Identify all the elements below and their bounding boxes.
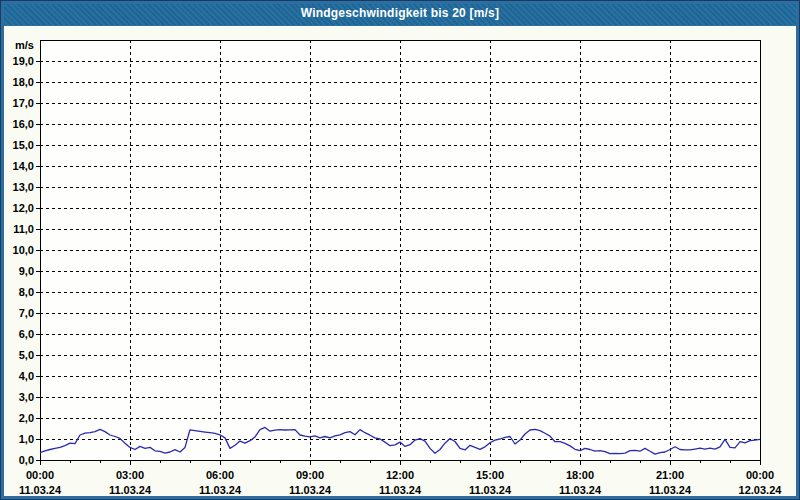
x-tick-date-label: 11.03.24 bbox=[109, 484, 152, 496]
x-tick-time-label: 18:00 bbox=[566, 469, 594, 481]
x-tick-date-label: 11.03.24 bbox=[469, 484, 512, 496]
y-tick-label: 13,0 bbox=[13, 181, 34, 193]
y-tick-label: 10,0 bbox=[13, 244, 34, 256]
x-tick-time-label: 21:00 bbox=[656, 469, 684, 481]
y-tick-label: 12,0 bbox=[13, 202, 34, 214]
title-bar: Windgeschwindigkeit bis 20 [m/s] bbox=[1, 1, 799, 26]
x-tick-date-label: 12.03.24 bbox=[739, 484, 783, 496]
y-tick-label: 19,0 bbox=[13, 55, 34, 67]
wind-speed-line-chart: 0,01,02,03,04,05,06,07,08,09,010,011,012… bbox=[1, 1, 799, 499]
y-axis-unit-label: m/s bbox=[15, 39, 34, 51]
x-tick-time-label: 00:00 bbox=[746, 469, 774, 481]
y-tick-label: 7,0 bbox=[19, 307, 34, 319]
y-tick-label: 17,0 bbox=[13, 97, 34, 109]
y-tick-label: 5,0 bbox=[19, 349, 34, 361]
chart-title: Windgeschwindigkeit bis 20 [m/s] bbox=[301, 6, 499, 20]
y-tick-label: 11,0 bbox=[13, 223, 34, 235]
x-tick-date-label: 11.03.24 bbox=[559, 484, 602, 496]
x-tick-time-label: 00:00 bbox=[26, 469, 54, 481]
y-tick-label: 4,0 bbox=[19, 370, 34, 382]
x-tick-time-label: 06:00 bbox=[206, 469, 234, 481]
x-tick-date-label: 11.03.24 bbox=[19, 484, 62, 496]
x-tick-time-label: 03:00 bbox=[116, 469, 144, 481]
y-tick-label: 2,0 bbox=[19, 412, 34, 424]
x-tick-time-label: 12:00 bbox=[386, 469, 414, 481]
y-tick-label: 18,0 bbox=[13, 76, 34, 88]
y-tick-label: 9,0 bbox=[19, 265, 34, 277]
x-tick-date-label: 11.03.24 bbox=[649, 484, 692, 496]
x-tick-date-label: 11.03.24 bbox=[289, 484, 332, 496]
y-tick-label: 6,0 bbox=[19, 328, 34, 340]
x-tick-date-label: 11.03.24 bbox=[199, 484, 242, 496]
y-tick-label: 1,0 bbox=[19, 433, 34, 445]
x-tick-time-label: 09:00 bbox=[296, 469, 324, 481]
y-tick-label: 16,0 bbox=[13, 118, 34, 130]
y-tick-label: 14,0 bbox=[13, 160, 34, 172]
x-tick-time-label: 15:00 bbox=[476, 469, 504, 481]
y-tick-label: 3,0 bbox=[19, 391, 34, 403]
wind-chart-window: Windgeschwindigkeit bis 20 [m/s] 0,01,02… bbox=[0, 0, 800, 500]
y-tick-label: 8,0 bbox=[19, 286, 34, 298]
y-tick-label: 15,0 bbox=[13, 139, 34, 151]
y-tick-label: 0,0 bbox=[19, 454, 34, 466]
x-tick-date-label: 11.03.24 bbox=[379, 484, 422, 496]
